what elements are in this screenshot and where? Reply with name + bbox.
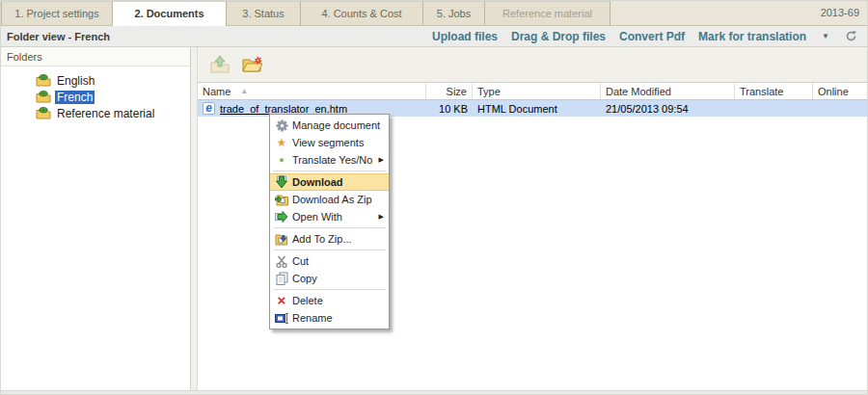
- submenu-arrow-icon: ▶: [379, 213, 389, 221]
- convert-pdf-link[interactable]: Convert Pdf: [619, 30, 685, 43]
- column-label: Date Modified: [606, 86, 671, 97]
- folder-tree: English French Referen: [1, 66, 190, 121]
- menu-item-copy[interactable]: Copy: [270, 270, 389, 287]
- mark-for-translation-link[interactable]: Mark for translation: [698, 30, 806, 43]
- new-folder-button[interactable]: [240, 53, 265, 76]
- menu-item-label: Translate Yes/No: [292, 154, 379, 166]
- folder-item-reference-material[interactable]: Reference material: [1, 105, 190, 121]
- tab-status[interactable]: 3. Status: [227, 1, 301, 25]
- menu-item-translate-yes-no[interactable]: ● Translate Yes/No ▶: [270, 151, 389, 169]
- menu-item-label: Cut: [292, 255, 389, 267]
- folder-item-english[interactable]: English: [1, 72, 190, 89]
- menu-item-label: Add To Zip...: [292, 233, 389, 245]
- column-header-date-modified[interactable]: Date Modified: [601, 83, 735, 99]
- menu-item-label: Delete: [292, 295, 389, 306]
- folder-label: English: [55, 74, 96, 88]
- folder-item-french[interactable]: French: [1, 89, 190, 105]
- delete-icon: ×: [274, 294, 289, 307]
- file-toolbar: [198, 47, 867, 83]
- menu-item-label: View segments: [292, 137, 389, 148]
- window-bottom-edge: [1, 390, 867, 395]
- menu-item-label: Download As Zip: [292, 194, 389, 205]
- context-menu: Manage document ★ View segments ● Transl…: [269, 114, 390, 329]
- new-folder-icon: [241, 55, 264, 74]
- main-content: Folders English French: [1, 47, 867, 390]
- shared-folder-icon: [36, 74, 51, 87]
- gear-icon: [274, 119, 289, 132]
- refresh-icon[interactable]: [845, 30, 857, 42]
- action-bar: Folder view - French Upload files Drag &…: [1, 26, 867, 47]
- menu-item-delete[interactable]: × Delete: [270, 292, 389, 309]
- menu-item-add-to-zip[interactable]: Add To Zip...: [270, 230, 389, 248]
- menu-separator: [273, 227, 386, 228]
- upload-files-link[interactable]: Upload files: [432, 30, 498, 43]
- html-file-icon: e: [203, 102, 215, 115]
- column-label: Size: [447, 86, 467, 97]
- file-date-cell: 21/05/2013 09:54: [601, 103, 735, 115]
- column-header-name[interactable]: Name ▲: [198, 83, 426, 99]
- menu-separator: [273, 289, 386, 290]
- shared-folder-icon: [36, 91, 51, 103]
- column-label: Type: [477, 86, 501, 97]
- green-dot-icon: ●: [274, 156, 289, 165]
- sort-asc-icon: ▲: [240, 87, 248, 95]
- column-header-online[interactable]: Online: [813, 83, 867, 99]
- menu-item-download-as-zip[interactable]: Download As Zip: [270, 191, 389, 208]
- tab-reference-material[interactable]: Reference material: [485, 1, 610, 25]
- file-type-cell: HTML Document: [473, 103, 601, 115]
- column-header-translate[interactable]: Translate: [735, 83, 813, 99]
- folder-label: Reference material: [55, 107, 156, 120]
- menu-item-label: Rename: [292, 312, 389, 324]
- zip-download-icon: [274, 194, 289, 206]
- panel-splitter[interactable]: [191, 47, 198, 390]
- menu-item-view-segments[interactable]: ★ View segments: [270, 134, 389, 151]
- open-with-icon: [274, 211, 289, 223]
- column-label: Online: [818, 86, 849, 97]
- file-table-header: Name ▲ Size Type Date Modified Translate…: [198, 83, 867, 100]
- download-icon: [274, 175, 289, 189]
- page-title: Folder view - French: [1, 31, 110, 42]
- up-folder-icon: [209, 55, 231, 74]
- project-number: 2013-69: [821, 7, 859, 18]
- star-icon: ★: [274, 137, 289, 148]
- menu-item-label: Download: [292, 176, 389, 188]
- menu-item-manage-document[interactable]: Manage document: [270, 117, 389, 134]
- scissors-icon: [274, 255, 289, 268]
- folders-panel-header: Folders: [1, 47, 190, 66]
- menu-separator: [273, 250, 386, 250]
- file-name[interactable]: trade_of_translator_en.htm: [220, 103, 347, 115]
- file-size-cell: 10 KB: [426, 103, 473, 115]
- chevron-down-icon[interactable]: ▼: [820, 32, 831, 40]
- menu-item-label: Manage document: [292, 119, 389, 131]
- folders-panel: Folders English French: [1, 47, 191, 390]
- menu-item-cut[interactable]: Cut: [270, 252, 389, 270]
- column-header-type[interactable]: Type: [473, 83, 601, 99]
- menu-item-download[interactable]: Download: [270, 173, 389, 191]
- zip-add-icon: [274, 233, 289, 246]
- tab-counts-cost[interactable]: 4. Counts & Cost: [301, 1, 423, 25]
- tab-bar: 1. Project settings 2. Documents 3. Stat…: [1, 1, 867, 26]
- column-label: Translate: [740, 86, 783, 97]
- up-folder-button[interactable]: [207, 53, 232, 76]
- submenu-arrow-icon: ▶: [379, 156, 389, 164]
- menu-separator: [273, 171, 386, 171]
- drag-drop-files-link[interactable]: Drag & Drop files: [511, 30, 606, 43]
- column-label: Name: [203, 86, 231, 97]
- menu-item-label: Copy: [292, 273, 389, 284]
- menu-item-rename[interactable]: Rename: [270, 309, 389, 327]
- shared-folder-icon: [36, 107, 51, 119]
- tab-jobs[interactable]: 5. Jobs: [423, 1, 485, 25]
- menu-item-open-with[interactable]: Open With ▶: [270, 208, 389, 225]
- rename-icon: [274, 313, 289, 324]
- app-window: 1. Project settings 2. Documents 3. Stat…: [0, 0, 868, 395]
- action-links: Upload files Drag & Drop files Convert P…: [432, 30, 867, 43]
- tab-project-settings[interactable]: 1. Project settings: [1, 1, 113, 25]
- menu-item-label: Open With: [292, 211, 379, 223]
- folder-label: French: [55, 91, 95, 104]
- copy-icon: [274, 272, 289, 285]
- tab-documents[interactable]: 2. Documents: [113, 1, 227, 26]
- column-header-size[interactable]: Size: [426, 83, 473, 99]
